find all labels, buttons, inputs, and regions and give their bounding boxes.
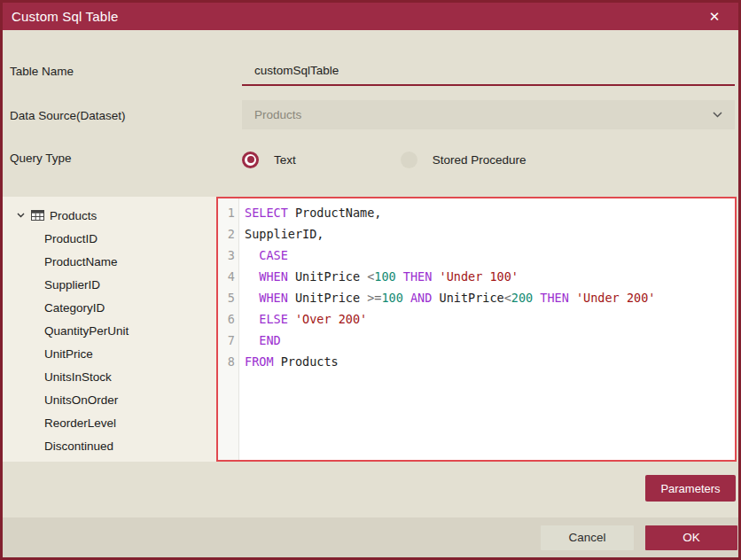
code-token-kw: WHEN [259, 291, 288, 305]
sql-editor[interactable]: 12345678 SELECT ProductName,SupplierID, … [216, 197, 737, 462]
tree-field-unitprice[interactable]: UnitPrice [3, 342, 216, 365]
data-source-value: Products [254, 108, 713, 121]
tree-collapse-icon [17, 213, 25, 218]
tree-root-label: Products [50, 209, 97, 222]
code-line: SupplierID, [245, 223, 735, 245]
radio-button-icon[interactable] [242, 152, 259, 168]
custom-sql-table-dialog: Custom Sql Table ✕ Table Name customSqlT… [0, 0, 741, 560]
code-token-id [245, 312, 259, 326]
line-number: 3 [218, 245, 238, 266]
code-token-kw: AND [410, 291, 432, 305]
radio-label: Text [274, 153, 296, 167]
tree-node-products[interactable]: Products [3, 204, 216, 227]
fields-tree: Products ProductIDProductNameSupplierIDC… [3, 197, 216, 462]
code-line: WHEN UnitPrice >=100 AND UnitPrice<200 T… [245, 287, 735, 308]
code-line: ELSE 'Over 200' [245, 308, 735, 330]
code-token-kw: THEN [540, 291, 569, 305]
code-token-id [403, 291, 410, 305]
query-type-label: Query Type [10, 152, 72, 165]
code-token-num: 100 [374, 269, 395, 284]
line-number: 1 [218, 202, 238, 223]
code-token-id [288, 312, 295, 326]
tree-field-productid[interactable]: ProductID [3, 227, 216, 250]
code-token-id: ProductName, [288, 206, 382, 220]
code-token-id: UnitPrice [288, 269, 367, 284]
data-source-label: Data Source(Dataset) [10, 109, 126, 122]
code-line: END [245, 330, 735, 351]
radio-label: Stored Procedure [433, 153, 526, 167]
line-number-gutter: 12345678 [218, 198, 239, 460]
line-number: 4 [218, 266, 238, 287]
radio-button-icon[interactable] [401, 152, 417, 168]
code-token-kw: END [259, 333, 280, 347]
code-line: FROM Products [245, 351, 735, 372]
code-token-op: >= [367, 291, 381, 305]
code-token-id [245, 333, 259, 347]
tree-field-reorderlevel[interactable]: ReorderLevel [3, 411, 216, 434]
code-line: SELECT ProductName, [245, 202, 735, 223]
line-number: 5 [218, 287, 238, 308]
footer-bar: Cancel OK [3, 517, 738, 557]
code-token-kw: CASE [259, 248, 288, 262]
code-token-id [396, 269, 403, 284]
code-token-num: 100 [381, 291, 402, 305]
tree-field-unitsinstock[interactable]: UnitsInStock [3, 365, 216, 388]
line-number: 7 [218, 330, 238, 351]
code-line: WHEN UnitPrice <100 THEN 'Under 100' [245, 266, 735, 287]
code-token-op: < [504, 291, 511, 305]
code-token-kw: THEN [403, 269, 433, 284]
tree-field-supplierid[interactable]: SupplierID [3, 273, 216, 296]
code-token-str: 'Under 100' [440, 269, 519, 284]
code-line: CASE [245, 245, 735, 266]
tree-field-quantityperunit[interactable]: QuantityPerUnit [3, 319, 216, 342]
code-token-num: 200 [511, 291, 533, 305]
query-type-option-text[interactable]: Text [242, 152, 296, 168]
query-type-radio-group: TextStored Procedure [242, 150, 526, 169]
dialog-body: Custom Sql Table ✕ Table Name customSqlT… [3, 3, 738, 557]
code-token-kw: FROM [245, 354, 274, 369]
chevron-down-icon [713, 112, 722, 118]
code-token-str: 'Over 200' [295, 312, 367, 326]
tree-field-discontinued[interactable]: Discontinued [3, 434, 216, 457]
code-token-id [432, 269, 439, 284]
code-token-id [245, 269, 259, 284]
code-token-id [569, 291, 576, 305]
line-number: 8 [218, 351, 238, 372]
query-type-option-stored-procedure[interactable]: Stored Procedure [401, 152, 526, 168]
code-token-id: UnitPrice [432, 291, 503, 305]
code-token-id [245, 291, 259, 305]
table-name-label: Table Name [10, 65, 74, 78]
tree-field-unitsonorder[interactable]: UnitsOnOrder [3, 388, 216, 411]
dialog-title: Custom Sql Table [12, 9, 118, 24]
code-token-id [245, 248, 259, 262]
table-name-input[interactable]: customSqlTable [242, 58, 735, 86]
code-token-str: 'Under 200' [576, 291, 655, 305]
line-number: 2 [218, 223, 238, 245]
close-icon[interactable]: ✕ [705, 7, 724, 27]
code-token-id: Products [274, 354, 339, 369]
code-token-kw: WHEN [259, 269, 288, 284]
parameters-button[interactable]: Parameters [645, 475, 736, 502]
tree-field-list: ProductIDProductNameSupplierIDCategoryID… [3, 227, 216, 457]
line-number: 6 [218, 308, 238, 330]
tree-field-productname[interactable]: ProductName [3, 250, 216, 273]
code-token-id: UnitPrice [288, 291, 367, 305]
code-token-kw: ELSE [259, 312, 288, 326]
table-icon [31, 210, 44, 221]
cancel-button[interactable]: Cancel [541, 525, 634, 550]
data-source-select[interactable]: Products [242, 100, 735, 129]
tree-field-categoryid[interactable]: CategoryID [3, 296, 216, 319]
code-token-id: SupplierID, [245, 227, 324, 241]
ok-button[interactable]: OK [645, 525, 737, 550]
table-name-value: customSqlTable [254, 64, 339, 77]
code-token-kw: SELECT [245, 206, 288, 220]
title-bar: Custom Sql Table ✕ [3, 3, 738, 30]
sql-code-area[interactable]: SELECT ProductName,SupplierID, CASE WHEN… [239, 198, 735, 460]
